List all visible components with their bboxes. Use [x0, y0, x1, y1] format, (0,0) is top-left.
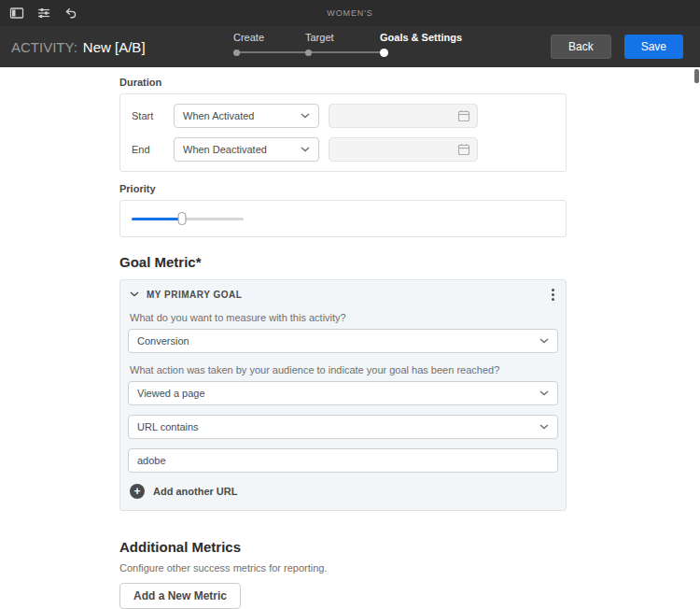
duration-section-label: Duration [119, 77, 700, 88]
step-label: Goals & Settings [380, 32, 462, 44]
activity-header: ACTIVITY:New [A/B] Create Target Goals &… [0, 26, 700, 67]
priority-card [119, 200, 567, 237]
more-menu-icon[interactable] [550, 285, 556, 304]
add-url-button[interactable]: + Add another URL [130, 484, 556, 499]
step-label: Target [305, 32, 334, 44]
duration-card: Start When Activated End When Deactivate… [119, 93, 567, 172]
chevron-down-icon [539, 338, 549, 344]
calendar-icon [457, 109, 470, 122]
start-schedule-select[interactable]: When Activated [174, 104, 319, 128]
step-dot [305, 50, 312, 56]
select-value: When Deactivated [183, 144, 267, 155]
chevron-down-icon [301, 113, 310, 119]
accordion-chevron-icon[interactable] [130, 291, 139, 297]
start-date-field [329, 104, 478, 128]
select-value: Viewed a page [137, 388, 205, 399]
duration-start-row: Start When Activated [132, 104, 554, 128]
step-target[interactable]: Target [305, 32, 334, 56]
add-new-metric-button[interactable]: Add a New Metric [119, 583, 241, 609]
priority-section-label: Priority [119, 183, 700, 194]
end-date-field [329, 137, 478, 162]
primary-goal-panel: MY PRIMARY GOAL What do you want to meas… [119, 279, 567, 511]
back-button[interactable]: Back [551, 35, 611, 59]
select-value: Conversion [137, 335, 189, 347]
end-label: End [132, 144, 174, 155]
primary-goal-header: MY PRIMARY GOAL [128, 280, 558, 306]
plus-circle-icon: + [130, 484, 145, 499]
url-input[interactable] [128, 448, 558, 473]
priority-slider-fill [132, 218, 182, 220]
url-condition-select[interactable]: URL contains [128, 415, 558, 439]
titlebar-icons [0, 6, 78, 21]
action-select[interactable]: Viewed a page [128, 381, 558, 405]
chevron-down-icon [539, 390, 549, 396]
measure-question: What do you want to measure with this ac… [130, 312, 556, 323]
main-content: Duration Start When Activated End When D… [0, 67, 700, 609]
save-button[interactable]: Save [624, 35, 683, 59]
step-dot [380, 49, 388, 57]
undo-icon[interactable] [63, 6, 78, 21]
add-url-label: Add another URL [153, 486, 237, 497]
calendar-icon [457, 143, 470, 156]
stepper: Create Target Goals & Settings [233, 32, 467, 62]
priority-slider[interactable] [132, 212, 244, 225]
measure-select[interactable]: Conversion [128, 329, 558, 353]
start-label: Start [132, 110, 174, 121]
duration-end-row: End When Deactivated [132, 137, 554, 162]
additional-metrics-heading: Additional Metrics [119, 539, 700, 555]
goal-metric-heading: Goal Metric* [119, 254, 700, 270]
select-value: URL contains [137, 421, 199, 432]
titlebar: WOMEN'S [0, 0, 700, 26]
activity-name: New [A/B] [83, 39, 146, 55]
activity-label: ACTIVITY: [11, 39, 77, 55]
page-title: ACTIVITY:New [A/B] [11, 39, 146, 55]
chevron-down-icon [539, 424, 549, 430]
workspace-title: WOMEN'S [0, 8, 700, 18]
step-dot [233, 50, 240, 56]
header-actions: Back Save [551, 35, 683, 59]
panel-toggle-icon[interactable] [9, 6, 24, 21]
additional-metrics-description: Configure other success metrics for repo… [119, 562, 700, 574]
sliders-icon[interactable] [36, 6, 51, 21]
primary-goal-title: MY PRIMARY GOAL [147, 290, 242, 300]
chevron-down-icon [301, 147, 310, 152]
select-value: When Activated [183, 110, 254, 121]
priority-slider-handle[interactable] [178, 212, 187, 225]
end-schedule-select[interactable]: When Deactivated [174, 137, 319, 162]
action-question: What action was taken by your audience t… [130, 364, 556, 375]
step-goals-settings[interactable]: Goals & Settings [380, 32, 462, 57]
step-create[interactable]: Create [233, 32, 264, 56]
step-label: Create [233, 32, 264, 44]
